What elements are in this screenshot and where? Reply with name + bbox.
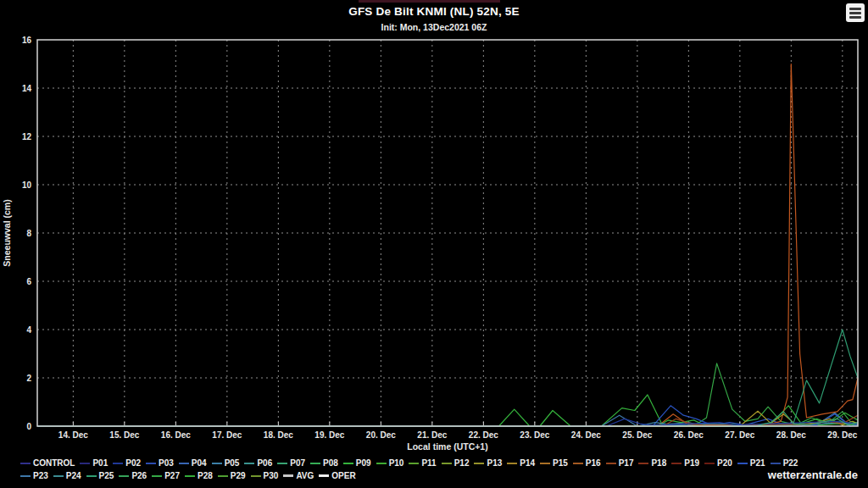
y-tick-label: 14 bbox=[22, 84, 32, 93]
series-P09 bbox=[37, 395, 858, 426]
legend-item-avg: AVG bbox=[283, 471, 314, 480]
legend-item-p03: P03 bbox=[146, 458, 174, 468]
legend-label: P22 bbox=[783, 458, 798, 468]
x-axis-title: Local time (UTC+1) bbox=[407, 441, 487, 452]
legend-swatch bbox=[212, 463, 222, 464]
legend-item-p02: P02 bbox=[113, 458, 141, 468]
x-tick-label: 20. Dec bbox=[366, 430, 396, 440]
legend-label: P14 bbox=[520, 458, 535, 468]
series-P27 bbox=[37, 363, 858, 426]
y-axis-title: Sneeuwval (cm) bbox=[2, 199, 12, 266]
legend-swatch bbox=[20, 475, 31, 477]
legend-item-p20: P20 bbox=[704, 458, 732, 468]
legend-swatch bbox=[86, 475, 97, 477]
legend-label: P06 bbox=[257, 458, 272, 468]
x-tick-label: 15. Dec bbox=[109, 430, 139, 440]
legend-swatch bbox=[671, 463, 682, 464]
legend-label: P25 bbox=[99, 471, 114, 480]
series-P07 bbox=[37, 412, 858, 426]
legend-label: AVG bbox=[296, 471, 314, 480]
legend-label: P18 bbox=[651, 458, 666, 468]
legend-label: CONTROL bbox=[33, 458, 75, 468]
series-P02 bbox=[37, 419, 858, 426]
legend-item-p16: P16 bbox=[573, 458, 601, 468]
legend-swatch bbox=[119, 475, 129, 477]
watermark: wetterzentrale.de bbox=[768, 469, 858, 481]
legend-swatch bbox=[277, 463, 287, 464]
legend-label: P29 bbox=[231, 471, 246, 480]
legend-swatch bbox=[771, 463, 781, 464]
legend-swatch bbox=[343, 463, 353, 464]
legend-swatch bbox=[152, 475, 162, 477]
legend-item-p15: P15 bbox=[540, 458, 568, 468]
legend-item-p04: P04 bbox=[179, 458, 207, 468]
legend-row-2: P23P24P25P26P27P28P29P30AVGOPER bbox=[20, 469, 860, 482]
legend-item-p25: P25 bbox=[86, 471, 114, 480]
legend-item-p24: P24 bbox=[53, 471, 81, 480]
legend-swatch bbox=[573, 463, 583, 464]
legend-item-p06: P06 bbox=[244, 458, 272, 468]
legend-label: P09 bbox=[356, 458, 371, 468]
y-tick-label: 2 bbox=[26, 374, 31, 383]
legend-swatch bbox=[218, 475, 228, 477]
legend-item-p28: P28 bbox=[185, 471, 213, 480]
legend-item-p19: P19 bbox=[671, 458, 699, 468]
x-tick-label: 18. Dec bbox=[264, 430, 293, 440]
legend-swatch bbox=[53, 475, 64, 477]
legend-label: P03 bbox=[159, 458, 174, 468]
legend-label: P17 bbox=[619, 458, 634, 468]
legend-swatch bbox=[540, 463, 550, 464]
legend-label: P28 bbox=[198, 471, 213, 480]
legend-item-p13: P13 bbox=[474, 458, 502, 468]
legend-label: P21 bbox=[750, 458, 765, 468]
legend-swatch bbox=[310, 463, 320, 464]
x-tick-label: 26. Dec bbox=[674, 430, 704, 440]
x-tick-label: 19. Dec bbox=[314, 430, 344, 440]
y-tick-label: 4 bbox=[26, 325, 31, 335]
legend-item-p22: P22 bbox=[771, 458, 798, 468]
legend-label: P02 bbox=[125, 458, 141, 468]
legend-item-p14: P14 bbox=[507, 458, 535, 468]
y-tick-label: 8 bbox=[26, 229, 31, 238]
legend-label: P24 bbox=[66, 471, 81, 480]
legend-label: P27 bbox=[164, 471, 180, 480]
legend-item-oper: OPER bbox=[319, 471, 355, 480]
legend-swatch bbox=[638, 463, 648, 464]
legend-label: P20 bbox=[717, 458, 732, 468]
legend-row-1: CONTROLP01P02P03P04P05P06P07P08P09P10P11… bbox=[20, 457, 860, 469]
x-tick-label: 23. Dec bbox=[520, 430, 549, 440]
legend: CONTROLP01P02P03P04P05P06P07P08P09P10P11… bbox=[20, 457, 860, 482]
legend-swatch bbox=[409, 463, 419, 464]
x-tick-label: 24. Dec bbox=[571, 430, 601, 440]
y-tick-label: 10 bbox=[22, 180, 32, 190]
y-tick-label: 12 bbox=[22, 132, 32, 141]
legend-label: P08 bbox=[323, 458, 338, 468]
legend-swatch bbox=[283, 474, 293, 477]
legend-swatch bbox=[244, 463, 254, 464]
legend-label: P04 bbox=[192, 458, 207, 468]
legend-swatch bbox=[474, 463, 484, 464]
ensemble-chart-page: GFS De Bilt KNMI (NL) 52N, 5E Init: Mon,… bbox=[0, 0, 868, 488]
x-tick-label: 25. Dec bbox=[622, 430, 652, 440]
legend-item-p29: P29 bbox=[218, 471, 246, 480]
legend-swatch bbox=[737, 463, 748, 464]
legend-label: P16 bbox=[586, 458, 601, 468]
x-tick-label: 22. Dec bbox=[469, 430, 498, 440]
series-P15 bbox=[37, 64, 858, 427]
x-tick-label: 28. Dec bbox=[776, 430, 806, 440]
legend-swatch bbox=[376, 463, 387, 464]
legend-label: P10 bbox=[389, 458, 404, 468]
legend-item-p30: P30 bbox=[251, 471, 279, 480]
legend-swatch bbox=[606, 463, 616, 464]
legend-item-p21: P21 bbox=[737, 458, 765, 468]
legend-item-control: CONTROL bbox=[20, 458, 75, 468]
legend-swatch bbox=[185, 475, 195, 477]
legend-item-p26: P26 bbox=[119, 471, 147, 480]
legend-item-p01: P01 bbox=[80, 458, 108, 468]
legend-swatch bbox=[146, 463, 156, 464]
legend-label: P11 bbox=[421, 458, 436, 468]
legend-item-p18: P18 bbox=[638, 458, 666, 468]
legend-label: P26 bbox=[131, 471, 147, 480]
legend-label: P01 bbox=[92, 458, 108, 468]
x-tick-label: 17. Dec bbox=[212, 430, 242, 440]
